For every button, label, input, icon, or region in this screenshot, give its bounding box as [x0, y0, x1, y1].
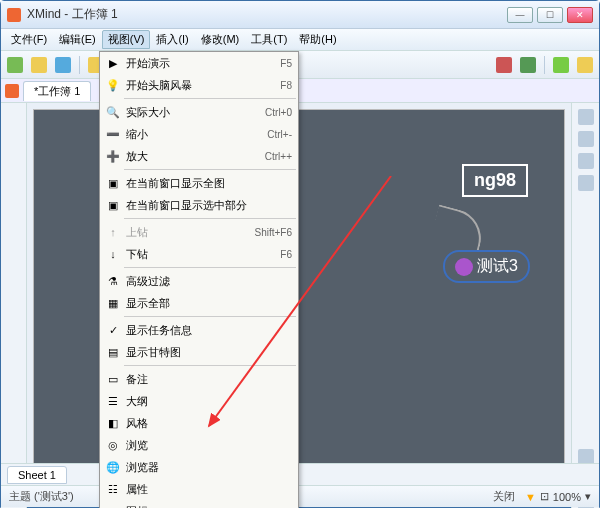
filter-icon[interactable]: ▼ [525, 491, 536, 503]
menu-item-label: 浏览器 [122, 460, 292, 475]
panel-icon[interactable] [578, 153, 594, 169]
sheet-bar: Sheet 1 [1, 463, 599, 485]
menu-item[interactable]: ▣在当前窗口显示全图 [100, 172, 298, 194]
menu-item[interactable]: 🔍实际大小Ctrl+0 [100, 101, 298, 123]
app-window: XMind - 工作簿 1 — ☐ ✕ 文件(F) 编辑(E) 视图(V) 插入… [0, 0, 600, 508]
menu-item[interactable]: ➖缩小Ctrl+- [100, 123, 298, 145]
tab-icon [5, 84, 19, 98]
panel-icon[interactable] [578, 175, 594, 191]
right-sidebar [571, 103, 599, 508]
menu-help[interactable]: 帮助(H) [293, 30, 342, 49]
menu-item-icon: ☰ [104, 393, 122, 409]
zoom-controls[interactable]: ▼ ⊡ 100% ▾ [525, 490, 591, 503]
document-tabs: *工作簿 1 [1, 79, 599, 103]
window-title: XMind - 工作簿 1 [27, 6, 507, 23]
menu-separator [124, 365, 296, 366]
menu-item-icon: 🔍 [104, 104, 122, 120]
menu-item[interactable]: 🌐浏览器 [100, 456, 298, 478]
menu-item[interactable]: ➕放大Ctrl++ [100, 145, 298, 167]
menu-separator [124, 267, 296, 268]
tool-icon[interactable] [520, 57, 536, 73]
export-icon[interactable] [553, 57, 569, 73]
status-topic: 主题 ('测试3') [9, 489, 74, 504]
menu-edit[interactable]: 编辑(E) [53, 30, 102, 49]
menu-item[interactable]: ▤显示甘特图 [100, 341, 298, 363]
menu-item[interactable]: 💡开始头脑风暴F8 [100, 74, 298, 96]
menu-item[interactable]: ✓显示任务信息 [100, 319, 298, 341]
menu-item-label: 风格 [122, 416, 292, 431]
menu-item-icon: ✓ [104, 322, 122, 338]
panel-icon[interactable] [578, 109, 594, 125]
menu-item-icon: ▦ [104, 295, 122, 311]
menu-separator [124, 169, 296, 170]
child-node-selected[interactable]: 测试3 [443, 250, 530, 283]
left-sidebar [1, 103, 27, 508]
menu-item[interactable]: ▶开始演示F5 [100, 52, 298, 74]
close-button[interactable]: ✕ [567, 7, 593, 23]
save-icon[interactable] [55, 57, 71, 73]
tool-icon[interactable] [496, 57, 512, 73]
menu-item-icon: ➖ [104, 126, 122, 142]
menu-item-label: 放大 [122, 149, 265, 164]
menu-item-label: 在当前窗口显示全图 [122, 176, 292, 191]
menu-item-icon: ⚗ [104, 273, 122, 289]
menu-item[interactable]: ▦显示全部 [100, 292, 298, 314]
menu-modify[interactable]: 修改(M) [195, 30, 246, 49]
document-tab[interactable]: *工作簿 1 [23, 81, 91, 101]
menu-item-label: 属性 [122, 482, 292, 497]
menu-separator [124, 316, 296, 317]
menu-item-icon: 💡 [104, 77, 122, 93]
menubar: 文件(F) 编辑(E) 视图(V) 插入(I) 修改(M) 工具(T) 帮助(H… [1, 29, 599, 51]
import-icon[interactable] [577, 57, 593, 73]
menu-view[interactable]: 视图(V) [102, 30, 151, 49]
body: ng98 测试3 Baidu 百度经验 [1, 103, 599, 508]
menu-item-icon: ▶ [104, 55, 122, 71]
menu-item[interactable]: ▭备注 [100, 368, 298, 390]
open-icon[interactable] [31, 57, 47, 73]
menu-item-icon: ▣ [104, 175, 122, 191]
menu-item-icon: ◎ [104, 437, 122, 453]
menu-tools[interactable]: 工具(T) [245, 30, 293, 49]
fit-icon[interactable]: ⊡ [540, 490, 549, 503]
menu-insert[interactable]: 插入(I) [150, 30, 194, 49]
menu-item-label: 在当前窗口显示选中部分 [122, 198, 292, 213]
menu-item-icon: 🌐 [104, 459, 122, 475]
menu-item[interactable]: ◎浏览 [100, 434, 298, 456]
menu-item-label: 显示甘特图 [122, 345, 292, 360]
menu-separator [124, 218, 296, 219]
status-close[interactable]: 关闭 [493, 489, 515, 504]
menu-item[interactable]: ⊞图标 [100, 500, 298, 508]
menu-item-icon: ▭ [104, 371, 122, 387]
menu-item-icon: ◧ [104, 415, 122, 431]
toolbar [1, 51, 599, 79]
menu-item-icon: ⊞ [104, 503, 122, 508]
new-icon[interactable] [7, 57, 23, 73]
app-icon [7, 8, 21, 22]
menu-item-label: 实际大小 [122, 105, 265, 120]
menu-item-label: 备注 [122, 372, 292, 387]
menu-item-label: 浏览 [122, 438, 292, 453]
menu-item[interactable]: ☰大纲 [100, 390, 298, 412]
menu-item-label: 开始头脑风暴 [122, 78, 280, 93]
menu-item[interactable]: ◧风格 [100, 412, 298, 434]
sheet-tab[interactable]: Sheet 1 [7, 466, 67, 484]
minimize-button[interactable]: — [507, 7, 533, 23]
menu-item[interactable]: ▣在当前窗口显示选中部分 [100, 194, 298, 216]
menu-item: ↑上钻Shift+F6 [100, 221, 298, 243]
menu-item-shortcut: F5 [280, 58, 292, 69]
separator [79, 56, 80, 74]
menu-item[interactable]: ☷属性 [100, 478, 298, 500]
maximize-button[interactable]: ☐ [537, 7, 563, 23]
menu-item[interactable]: ↓下钻F6 [100, 243, 298, 265]
menu-file[interactable]: 文件(F) [5, 30, 53, 49]
zoom-dropdown-icon[interactable]: ▾ [585, 490, 591, 503]
menu-item-shortcut: Ctrl++ [265, 151, 292, 162]
menu-item-label: 显示任务信息 [122, 323, 292, 338]
marker-icon [455, 258, 473, 276]
titlebar: XMind - 工作簿 1 — ☐ ✕ [1, 1, 599, 29]
panel-icon[interactable] [578, 131, 594, 147]
menu-item-label: 开始演示 [122, 56, 280, 71]
menu-item[interactable]: ⚗高级过滤 [100, 270, 298, 292]
menu-item-shortcut: F6 [280, 249, 292, 260]
root-node[interactable]: ng98 [462, 164, 528, 197]
